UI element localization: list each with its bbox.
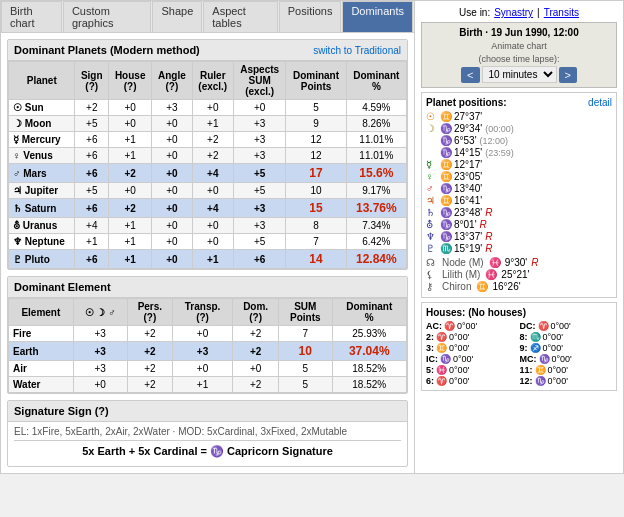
node-position-row: ⚷Chiron♊16°26' (426, 281, 612, 292)
node-positions-list: ☊Node (M)♓9°30'R⚸Lilith (M)♓25°21'⚷Chiro… (426, 257, 612, 292)
list-item: 8:♏0°00' (520, 332, 613, 342)
dominant-element-section: Dominant Element Element ☉ ☽ ♂ Pers.(?) … (7, 276, 408, 394)
col-elem-pers: Pers.(?) (127, 299, 172, 326)
planet-position-row: ♄♑23°48'R (426, 207, 612, 218)
planet-position-row: ♑14°15'(23:59) (426, 147, 612, 158)
birth-date: Birth · 19 Jun 1990, 12:00 (426, 27, 612, 38)
tab-dominants[interactable]: Dominants (342, 1, 413, 32)
table-row: ♀ Venus (9, 148, 75, 164)
list-item: 5:♓0°00' (426, 365, 519, 375)
dominant-planets-title: Dominant Planets (Modern method) (14, 44, 200, 56)
list-item: MC:♑0°00' (520, 354, 613, 364)
birth-box: Birth · 19 Jun 1990, 12:00 Animate chart… (421, 22, 617, 88)
col-elem-sym: ☉ ☽ ♂ (73, 299, 127, 326)
planet-position-row: ♆♑13°37'R (426, 231, 612, 242)
table-row: ☉ Sun (9, 100, 75, 116)
col-elem-dom: Dom.(?) (233, 299, 279, 326)
houses-box: Houses: (No houses) AC:♈0°00'DC:♈0°00'2:… (421, 302, 617, 391)
signature-elements-text: EL: 1xFire, 5xEarth, 2xAir, 2xWater · MO… (14, 426, 401, 437)
planet-position-row: ♇♏15°19'R (426, 243, 612, 254)
planet-position-row: ♃♊16°41' (426, 195, 612, 206)
table-row: Water (9, 377, 74, 393)
planet-position-row: ☽♑29°34'(00:00) (426, 123, 612, 134)
animate-sublabel: (choose time lapse): (426, 54, 612, 64)
table-row: ☽ Moon (9, 116, 75, 132)
table-row: ☿ Mercury (9, 132, 75, 148)
dominant-planets-table: Planet Sign(?) House(?) Angle(?) Ruler(e… (8, 61, 407, 269)
tab-positions[interactable]: Positions (279, 1, 342, 32)
signature-result: 5x Earth + 5x Cardinal = ♑ Capricorn Sig… (14, 440, 401, 462)
col-aspects: AspectsSUM(excl.) (233, 62, 285, 100)
table-row: ⛢ Uranus (9, 218, 75, 234)
planet-position-row: ♂♑13°40' (426, 183, 612, 194)
table-row: ♃ Jupiter (9, 183, 75, 199)
list-item: DC:♈0°00' (520, 321, 613, 331)
table-row: Fire (9, 326, 74, 342)
tab-aspect-tables[interactable]: Aspect tables (203, 1, 277, 32)
time-lapse-select[interactable]: 1 minute5 minutes10 minutes30 minutes1 h… (482, 66, 557, 83)
dominant-element-title: Dominant Element (14, 281, 111, 293)
transits-link[interactable]: Transits (544, 7, 579, 18)
list-item: AC:♈0°00' (426, 321, 519, 331)
list-item: 3:♊0°00' (426, 343, 519, 353)
animate-back-button[interactable]: < (461, 67, 479, 83)
col-element: Element (9, 299, 74, 326)
dominant-element-table: Element ☉ ☽ ♂ Pers.(?) Transp.(?) Dom.(?… (8, 298, 407, 393)
signature-header: Signature Sign (?) (8, 401, 407, 422)
list-item: 2:♈0°00' (426, 332, 519, 342)
positions-title: Planet positions: detail (426, 97, 612, 108)
use-in-label: Use in: (459, 7, 490, 18)
animate-forward-button[interactable]: > (559, 67, 577, 83)
col-planet: Planet (9, 62, 75, 100)
table-row: ♆ Neptune (9, 234, 75, 250)
dominant-planets-section: Dominant Planets (Modern method) switch … (7, 39, 408, 270)
table-row: Air (9, 361, 74, 377)
col-house: House(?) (109, 62, 152, 100)
house-grid: AC:♈0°00'DC:♈0°00'2:♈0°00'8:♏0°00'3:♊0°0… (426, 321, 612, 386)
col-points: DominantPoints (286, 62, 346, 100)
planet-position-row: ♀♊23°05' (426, 171, 612, 182)
planet-positions-box: Planet positions: detail ☉♊27°37'☽♑29°34… (421, 92, 617, 298)
tab-custom-graphics[interactable]: Custom graphics (63, 1, 152, 32)
animate-controls: < 1 minute5 minutes10 minutes30 minutes1… (426, 66, 612, 83)
dominant-element-header: Dominant Element (8, 277, 407, 298)
table-row: Earth (9, 342, 74, 361)
synastry-link[interactable]: Synastry (494, 7, 533, 18)
houses-title: Houses: (No houses) (426, 307, 612, 318)
dominant-planets-header: Dominant Planets (Modern method) switch … (8, 40, 407, 61)
col-ruler: Ruler(excl.) (192, 62, 233, 100)
tab-bar: Birth chart Custom graphics Shape Aspect… (1, 1, 414, 33)
node-position-row: ☊Node (M)♓9°30'R (426, 257, 612, 268)
col-angle: Angle(?) (152, 62, 192, 100)
col-elem-points: SUMPoints (279, 299, 332, 326)
planet-position-row: ☿♊12°17' (426, 159, 612, 170)
table-row: ♂ Mars (9, 164, 75, 183)
node-position-row: ⚸Lilith (M)♓25°21' (426, 269, 612, 280)
col-pct: Dominant% (346, 62, 406, 100)
table-row: ♇ Pluto (9, 250, 75, 269)
col-sign: Sign(?) (75, 62, 109, 100)
signature-body: EL: 1xFire, 5xEarth, 2xAir, 2xWater · MO… (8, 422, 407, 466)
planet-positions-list: ☉♊27°37'☽♑29°34'(00:00)♑6°53'(12:00)♑14°… (426, 111, 612, 254)
list-item: 11:♊0°00' (520, 365, 613, 375)
positions-detail-link[interactable]: detail (588, 97, 612, 108)
signature-section: Signature Sign (?) EL: 1xFire, 5xEarth, … (7, 400, 408, 467)
list-item: IC:♑0°00' (426, 354, 519, 364)
tab-shape[interactable]: Shape (152, 1, 202, 32)
tab-birth-chart[interactable]: Birth chart (1, 1, 62, 32)
animate-label: Animate chart (426, 41, 612, 51)
planet-position-row: ⛢♑8°01'R (426, 219, 612, 230)
col-elem-pct: Dominant% (332, 299, 407, 326)
planet-position-row: ☉♊27°37' (426, 111, 612, 122)
switch-to-traditional-link[interactable]: switch to Traditional (313, 45, 401, 56)
planet-position-row: ♑6°53'(12:00) (426, 135, 612, 146)
table-row: ♄ Saturn (9, 199, 75, 218)
signature-title: Signature Sign (?) (14, 405, 109, 417)
list-item: 12:♑0°00' (520, 376, 613, 386)
right-panel: Use in: Synastry | Transits Birth · 19 J… (415, 0, 624, 474)
list-item: 9:♐0°00' (520, 343, 613, 353)
col-elem-transp: Transp.(?) (172, 299, 232, 326)
list-item: 6:♈0°00' (426, 376, 519, 386)
